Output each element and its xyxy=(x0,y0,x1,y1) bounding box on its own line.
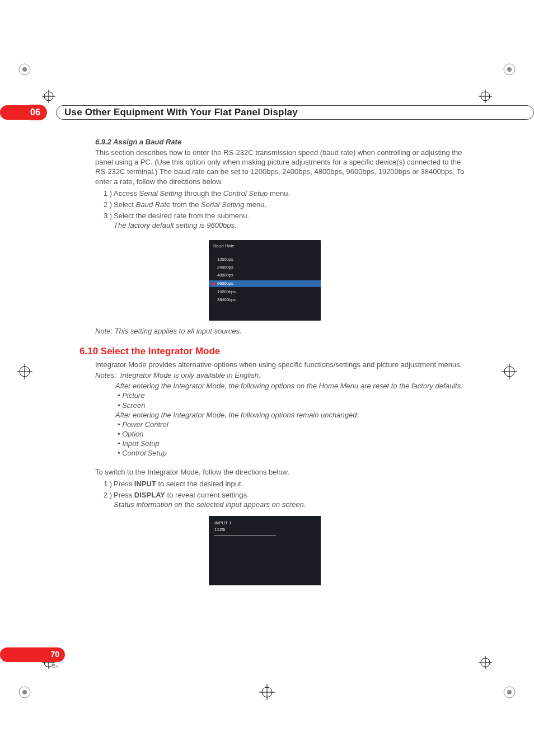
step-em: Baud Rate xyxy=(136,200,170,209)
menu-option: 38400bps xyxy=(217,297,236,303)
bullet-picture: • Picture xyxy=(118,391,470,400)
step-text: to select the desired input. xyxy=(156,480,243,488)
note-text: Integrator Mode is only available in Eng… xyxy=(120,371,261,379)
svg-point-3 xyxy=(507,67,512,72)
bullet-option: • Option xyxy=(118,429,470,439)
page-footer: 70 En xyxy=(0,647,65,662)
bullet-power-control: • Power Control xyxy=(118,420,470,429)
osd-status-figure: INPUT 1 1125i xyxy=(209,516,321,585)
step-text: through the xyxy=(182,189,223,198)
switch-intro: To switch to the Integrator Mode, follow… xyxy=(95,467,470,477)
step-text: from the xyxy=(170,200,201,209)
osd-resolution: 1125i xyxy=(214,527,226,533)
crosshair-icon xyxy=(42,90,55,103)
step-em: Serial Setting xyxy=(139,189,182,198)
note-all-inputs: Note: This setting applies to all input … xyxy=(95,326,470,336)
notes-block: Notes: Integrator Mode is only available… xyxy=(95,370,470,458)
step-text: Select the desired rate from the submenu… xyxy=(114,212,249,220)
step-1: 1 )Access Serial Setting through the Con… xyxy=(104,189,470,198)
bullet-label: Picture xyxy=(122,391,144,400)
crosshair-icon xyxy=(479,656,492,669)
step-text: menu. xyxy=(268,189,290,198)
menu-option: 1200bps xyxy=(217,257,233,262)
step-number: 1 ) xyxy=(104,479,114,489)
section-6-10-intro: Integrator Mode provides alternative opt… xyxy=(95,360,470,369)
bullet-label: Input Setup xyxy=(122,439,160,448)
step-number: 3 ) xyxy=(104,211,114,220)
crosshair-icon xyxy=(502,364,517,379)
step-em: Control Setup xyxy=(223,189,268,198)
crosshair-icon xyxy=(259,684,275,700)
step-text: to reveal current settings. xyxy=(165,491,249,499)
switch-step-1: 1 )Press INPUT to select the desired inp… xyxy=(104,479,470,489)
step-number: 2 ) xyxy=(104,490,114,500)
step-text: Access xyxy=(114,189,139,198)
osd-divider xyxy=(214,535,276,536)
crosshair-icon xyxy=(17,364,32,379)
menu-option: 4800bps xyxy=(217,273,233,278)
svg-point-14 xyxy=(22,690,27,694)
osd-input-label: INPUT 1 xyxy=(214,520,232,527)
menu-title: Baud Rate xyxy=(213,243,235,250)
step-2-note: Status information on the selected input… xyxy=(114,500,470,509)
svg-point-16 xyxy=(507,690,512,694)
step-text: menu. xyxy=(244,200,266,209)
page-lang: En xyxy=(52,663,58,669)
page-number: 70 xyxy=(50,650,59,659)
step-3: 3 )Select the desired rate from the subm… xyxy=(104,211,470,230)
printers-mark-icon xyxy=(17,62,32,77)
section-6-9-2-intro: This section describes how to enter the … xyxy=(95,148,470,186)
menu-option: 2400bps xyxy=(217,265,233,270)
notes-label: Notes: xyxy=(95,371,116,379)
key-name: DISPLAY xyxy=(134,491,165,499)
steps-list: 1 )Access Serial Setting through the Con… xyxy=(104,189,470,231)
chapter-badge-bg: 06 xyxy=(0,105,39,120)
section-6-10-heading: 6.10 Select the Integrator Mode xyxy=(79,345,470,358)
step-text: Press xyxy=(114,491,134,499)
section-6-9-2-heading: 6.9.2 Assign a Baud Rate xyxy=(95,137,470,147)
step-number: 2 ) xyxy=(104,200,114,209)
bullet-label: Power Control xyxy=(122,420,168,429)
baud-rate-menu-figure: Baud Rate 1200bps 2400bps 4800bps 9600bp… xyxy=(209,240,321,321)
bullet-screen: • Screen xyxy=(118,401,470,410)
note-unchanged: After entering the Integrator Mode, the … xyxy=(115,410,470,420)
chapter-number: 06 xyxy=(24,105,47,120)
note-reset: After entering the Integrator Mode, the … xyxy=(115,381,470,391)
bullet-control-setup: • Control Setup xyxy=(118,448,470,458)
bullet-label: Control Setup xyxy=(122,449,167,457)
chapter-title: Use Other Equipment With Your Flat Panel… xyxy=(56,105,534,120)
key-name: INPUT xyxy=(134,480,156,488)
menu-option-selected: 9600bps xyxy=(209,280,321,287)
printers-mark-icon xyxy=(502,62,517,77)
menu-option-label: 9600bps xyxy=(217,281,233,286)
bullet-label: Option xyxy=(122,430,143,438)
switch-steps: 1 )Press INPUT to select the desired inp… xyxy=(104,479,470,509)
step-em: Serial Setting xyxy=(201,200,244,209)
printers-mark-icon xyxy=(502,684,517,700)
svg-point-1 xyxy=(22,67,27,72)
step-3-note: The factory default setting is 9600bps. xyxy=(114,220,470,230)
step-text: Press xyxy=(114,480,134,488)
printers-mark-icon xyxy=(17,684,32,700)
switch-step-2: 2 )Press DISPLAY to reveal current setti… xyxy=(104,490,470,509)
bullet-label: Screen xyxy=(122,401,145,410)
menu-option: 19200bps xyxy=(217,289,236,295)
step-number: 1 ) xyxy=(104,189,114,198)
bullet-input-setup: • Input Setup xyxy=(118,439,470,448)
crosshair-icon xyxy=(479,90,492,103)
step-2: 2 )Select Baud Rate from the Serial Sett… xyxy=(104,200,470,209)
step-text: Select xyxy=(114,200,136,209)
